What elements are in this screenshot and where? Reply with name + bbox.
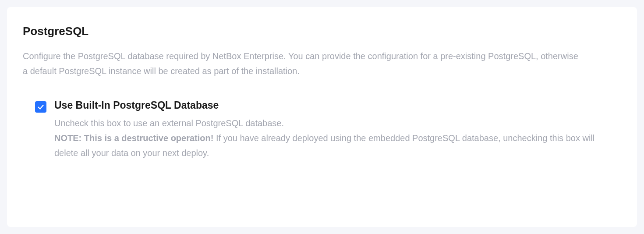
option-description: Uncheck this box to use an external Post… bbox=[54, 116, 606, 160]
section-description: Configure the PostgreSQL database requir… bbox=[23, 49, 584, 78]
postgresql-settings-card: PostgreSQL Configure the PostgreSQL data… bbox=[7, 7, 637, 227]
option-help-line1: Uncheck this box to use an external Post… bbox=[54, 118, 284, 128]
section-title: PostgreSQL bbox=[23, 25, 621, 38]
builtin-postgres-checkbox[interactable] bbox=[35, 101, 46, 113]
checkmark-icon bbox=[37, 103, 45, 111]
option-text: Use Built-In PostgreSQL Database Uncheck… bbox=[54, 99, 621, 160]
option-note-bold: NOTE: This is a destructive operation! bbox=[54, 133, 213, 143]
builtin-postgres-option: Use Built-In PostgreSQL Database Uncheck… bbox=[23, 99, 621, 160]
option-label: Use Built-In PostgreSQL Database bbox=[54, 99, 621, 111]
